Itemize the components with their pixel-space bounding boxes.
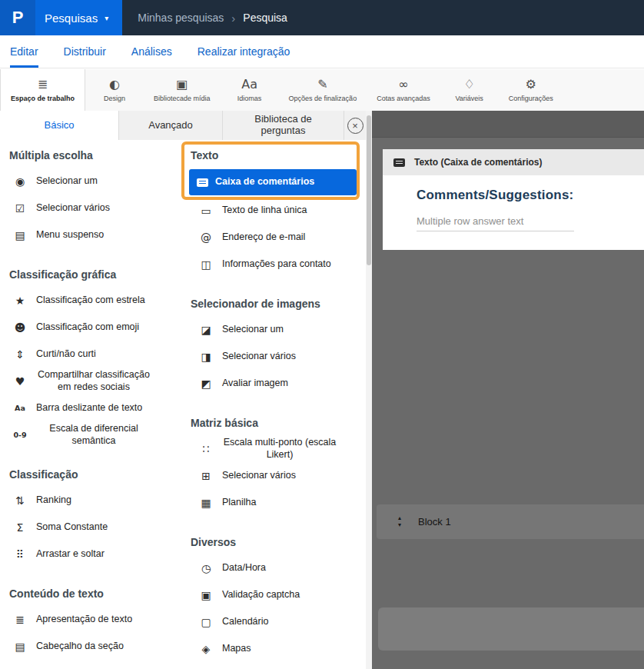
section-title: Matriz básica — [184, 408, 366, 435]
tab-editar[interactable]: Editar — [10, 35, 38, 68]
question-type-header-label: Texto (Caixa de comentários) — [414, 157, 543, 168]
toolbar-item-design[interactable]: ◐ Design — [85, 69, 144, 111]
panel-tab-avancado[interactable]: Avançado — [119, 111, 223, 140]
qtype-mapas[interactable]: ◈ Mapas — [184, 635, 366, 662]
breadcrumb-current: Pesquisa — [243, 12, 287, 24]
likert-icon: ∷ — [197, 444, 215, 454]
section-title: Diversos — [184, 527, 366, 554]
breadcrumb: Minhas pesquisas › Pesquisa — [138, 12, 287, 25]
panel-scrollbar[interactable] — [366, 111, 372, 669]
toolbar-item-biblioteca-de-midia[interactable]: ▣ Bibliotecade mídia — [144, 69, 221, 111]
qtype-escala-de-diferencial-semantica[interactable]: 0-9 Escala de diferencial semântica — [0, 421, 184, 448]
image-rate-icon: ◩ — [197, 378, 215, 389]
qtype-data-hora[interactable]: ◷ Data/Hora — [184, 554, 366, 581]
section-classificacao-grafica: Classificação gráfica ★ Classificação co… — [0, 259, 184, 448]
tab-analises[interactable]: Análises — [131, 35, 172, 68]
qtype-soma-constante[interactable]: Σ Soma Constante — [0, 514, 184, 541]
section-title: Selecionador de imagens — [184, 288, 366, 316]
qtype-label: Arrastar e soltar — [36, 548, 105, 561]
qtype-imagem-selecionar-varios[interactable]: ◨ Selecionar vários — [184, 343, 366, 370]
scrollbar-thumb[interactable] — [367, 115, 371, 265]
qtype-label: Informações para contato — [222, 258, 331, 271]
projects-menu-button[interactable]: P Pesquisas ▾ — [0, 0, 122, 35]
sum-icon: Σ — [11, 522, 29, 533]
captcha-icon: ▣ — [197, 590, 215, 601]
qtype-label: Data/Hora — [222, 562, 266, 574]
qtype-escala-multi-ponto[interactable]: ∷ Escala multi-ponto (escala Likert) — [184, 435, 366, 462]
semantic-diff-icon: 0-9 — [11, 431, 29, 439]
qtype-classificacao-com-emoji[interactable]: ☻ Classificação com emoji — [0, 314, 184, 341]
collapse-icon[interactable]: ▴ ▾ — [398, 515, 401, 528]
wand-icon: ✎ — [317, 78, 327, 91]
panel-tabs: Básico Avançado Biblioteca de perguntas … — [0, 111, 366, 140]
section-title: Classificação gráfica — [0, 259, 184, 287]
emoji-icon: ☻ — [11, 322, 29, 333]
toolbar-item-label: Espaço de trabalho — [11, 95, 75, 102]
qtype-avaliar-imagem[interactable]: ◩ Avaliar imagem — [184, 370, 366, 397]
toolbar-item-label: Variáveis — [456, 95, 483, 102]
toolbar-item-idiomas[interactable]: Aa Idiomas — [221, 69, 279, 111]
projects-menu-label: Pesquisas — [45, 12, 98, 25]
qtype-label: Selecionar vários — [222, 351, 296, 363]
qtype-texto-de-linha-unica[interactable]: ▭ Texto de linha única — [184, 197, 366, 224]
question-card[interactable]: Texto (Caixa de comentários) Comments/Su… — [383, 149, 644, 250]
section-title: Classificação — [0, 459, 184, 487]
image-single-icon: ◪ — [197, 325, 215, 335]
panel-tab-basico[interactable]: Básico — [0, 111, 119, 140]
qtype-ranking[interactable]: ⇅ Ranking — [0, 487, 184, 514]
caret-down-icon: ▾ — [105, 14, 108, 22]
matrix-multi-icon: ⊞ — [197, 471, 215, 481]
qtype-planilha[interactable]: ▦ Planilha — [184, 489, 366, 516]
qtype-classificacao-com-estrela[interactable]: ★ Classificação com estrela — [0, 287, 184, 314]
star-icon: ★ — [11, 295, 29, 306]
toolbar-item-cotas-avancadas[interactable]: ∞ Cotas avançadas — [367, 69, 440, 111]
app-window: P Pesquisas ▾ Minhas pesquisas › Pesquis… — [0, 0, 644, 669]
qtype-label: Apresentação de texto — [36, 614, 132, 626]
qtype-label: Cabeçalho da seção — [36, 641, 124, 653]
block-header[interactable]: ▴ ▾ Block 1 — [377, 504, 644, 539]
toolbar-item-opcoes-de-finalizacao[interactable]: ✎ Opções de finalização — [279, 69, 367, 111]
qtype-arrastar-e-soltar[interactable]: ⠿ Arrastar e soltar — [0, 541, 184, 567]
topbar: P Pesquisas ▾ Minhas pesquisas › Pesquis… — [0, 0, 644, 35]
qtype-menu-suspenso[interactable]: ▤ Menu suspenso — [0, 221, 184, 248]
qtype-curti-nao-curti[interactable]: ⇕ Curti/não curti — [0, 341, 184, 368]
email-icon: @ — [197, 232, 215, 243]
tab-realizar-integracao[interactable]: Realizar integração — [198, 35, 290, 68]
breadcrumb-parent-link[interactable]: Minhas pesquisas — [138, 12, 224, 24]
close-icon: × — [347, 118, 363, 134]
section-title: Conteúdo de texto — [0, 578, 184, 606]
qtype-apresentacao-de-texto[interactable]: ≣ Apresentação de texto — [0, 606, 184, 633]
toolbar-item-label: Opções de finalização — [289, 95, 357, 102]
languages-icon: Aa — [241, 78, 257, 91]
panel-tab-biblioteca-de-perguntas[interactable]: Biblioteca de perguntas — [223, 111, 344, 140]
toolbar-item-configuracoes[interactable]: ⚙ Configurações — [499, 69, 563, 111]
toolbar-item-label: Cotas avançadas — [377, 95, 430, 102]
qtype-cabecalho-da-secao[interactable]: ▤ Cabeçalho da seção — [0, 633, 184, 660]
qtype-calendario[interactable]: ▢ Calendário — [184, 608, 366, 635]
toolbar-item-espaco-de-trabalho[interactable]: ≣ Espaço de trabalho — [0, 69, 85, 111]
section-title: Texto — [184, 140, 366, 168]
qtype-selecionar-varios[interactable]: ☑ Selecionar vários — [0, 195, 184, 221]
section-texto: Texto Caixa de comentários ▭ Texto de li… — [184, 140, 366, 278]
question-title[interactable]: Comments/Suggestions: — [417, 188, 644, 203]
section-title: Múltipla escolha — [0, 140, 184, 168]
qtype-imagem-selecionar-um[interactable]: ◪ Selecionar um — [184, 316, 366, 343]
toolbar-item-label: Bibliotecade mídia — [154, 95, 211, 102]
qtype-barra-deslizante-de-texto[interactable]: Aa Barra deslizante de texto — [0, 394, 184, 421]
qtype-caixa-de-comentarios[interactable]: Caixa de comentários — [189, 169, 357, 195]
qtype-compartilhar-classificacao[interactable]: ♥ Compartilhar classificação em redes so… — [0, 368, 184, 394]
qtype-matriz-selecionar-varios[interactable]: ⊞ Selecionar vários — [184, 462, 366, 489]
qtype-label: Curti/não curti — [36, 348, 96, 361]
tab-distribuir[interactable]: Distribuir — [64, 35, 106, 68]
qtype-label: Menu suspenso — [36, 229, 104, 241]
qtype-label: Selecionar um — [36, 175, 98, 188]
qtype-validacao-captcha[interactable]: ▣ Validação captcha — [184, 581, 366, 608]
qtype-informacoes-para-contato[interactable]: ◫ Informações para contato — [184, 251, 366, 278]
gear-icon: ⚙ — [526, 78, 536, 91]
answer-input[interactable]: Multiple row answer text — [417, 215, 574, 231]
qtype-endereco-de-email[interactable]: @ Endereço de e-mail — [184, 224, 366, 251]
panel-close-button[interactable]: × — [344, 111, 366, 140]
preview-toolbar-strip — [372, 111, 644, 138]
toolbar-item-variaveis[interactable]: ♢ Variáveis — [440, 69, 499, 111]
qtype-selecionar-um[interactable]: ◉ Selecionar um — [0, 168, 184, 195]
